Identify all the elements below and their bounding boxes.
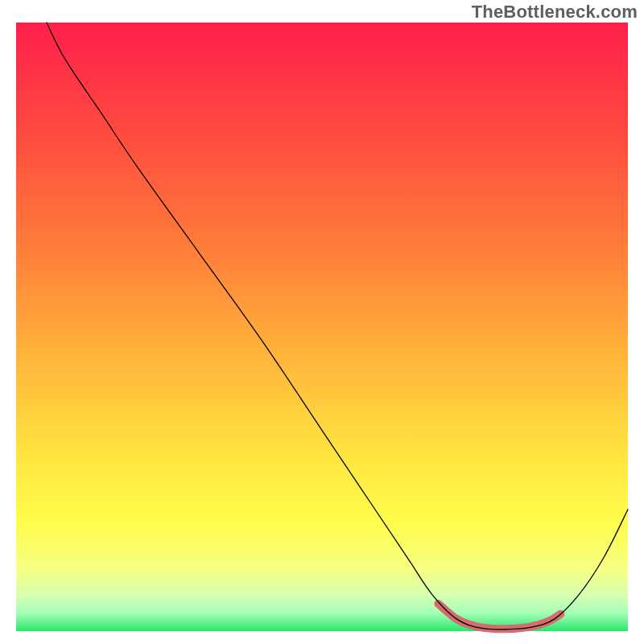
bottleneck-chart xyxy=(0,0,644,644)
chart-background xyxy=(16,23,628,631)
watermark-text: TheBottleneck.com xyxy=(472,2,638,23)
chart-container: TheBottleneck.com xyxy=(0,0,644,644)
